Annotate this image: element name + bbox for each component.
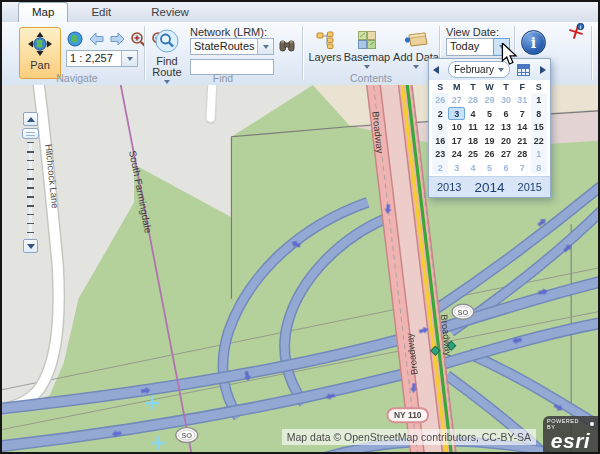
add-data-icon — [404, 31, 428, 51]
esri-wordmark: esri — [547, 430, 594, 452]
basemap-label: Basemap — [344, 51, 390, 63]
map-zoom-slider — [22, 112, 39, 253]
calendar-day[interactable]: 16 — [432, 134, 448, 148]
calendar-day[interactable]: 2 — [432, 161, 448, 175]
calendar-day-headers: S M T W T F S — [429, 80, 550, 93]
full-extent-globe-icon[interactable] — [66, 30, 84, 48]
group-separator — [144, 26, 145, 80]
identify-location-icon[interactable]: i — [568, 23, 585, 44]
svg-text:SO: SO — [458, 308, 469, 317]
calendar-day[interactable]: 11 — [465, 120, 481, 134]
forward-arrow-icon[interactable] — [108, 30, 126, 48]
scale-combobox[interactable]: 1 : 2,257 — [66, 50, 138, 67]
calendar-year-current[interactable]: 2014 — [474, 180, 504, 195]
calendar-month-label: February — [454, 64, 494, 75]
calendar-day[interactable]: 26 — [432, 93, 448, 107]
calendar-grid-icon[interactable] — [517, 64, 530, 76]
calendar-day[interactable]: 7 — [514, 161, 530, 175]
chevron-down-icon — [413, 65, 419, 69]
calendar-day[interactable]: 10 — [448, 120, 464, 134]
zoom-slider-down-button[interactable] — [23, 239, 38, 253]
chevron-down-icon — [127, 57, 133, 61]
calendar-month-dropdown[interactable]: February — [448, 61, 510, 78]
app-window: Map Edit Review Pan — [0, 0, 600, 454]
calendar-day[interactable]: 1 — [531, 147, 547, 161]
chevron-down-icon — [263, 45, 269, 49]
calendar-day[interactable]: 18 — [465, 134, 481, 148]
calendar-header: February — [429, 59, 550, 80]
calendar-day[interactable]: 24 — [448, 147, 464, 161]
tab-edit[interactable]: Edit — [78, 3, 124, 22]
tab-review[interactable]: Review — [138, 3, 202, 22]
basemap-icon — [358, 31, 376, 51]
calendar-day[interactable]: 3 — [448, 107, 464, 121]
calendar-day[interactable]: 17 — [448, 134, 464, 148]
calendar-day[interactable]: 9 — [432, 120, 448, 134]
calendar-day[interactable]: 7 — [514, 107, 530, 121]
calendar-day[interactable]: 5 — [481, 161, 497, 175]
info-button[interactable]: i — [521, 30, 546, 55]
calendar-day[interactable]: 13 — [498, 120, 514, 134]
calendar-year[interactable]: 2015 — [518, 181, 542, 193]
calendar-year-row: 2013 2014 2015 — [429, 176, 550, 197]
scale-dropdown-button[interactable] — [121, 51, 137, 66]
calendar-day[interactable]: 23 — [432, 147, 448, 161]
calendar-day[interactable]: 4 — [465, 107, 481, 121]
calendar-day[interactable]: 2 — [432, 107, 448, 121]
calendar-day[interactable]: 4 — [465, 161, 481, 175]
network-value: StateRoutes — [191, 39, 257, 54]
parkway-shield: SO — [452, 304, 474, 319]
calendar-day[interactable]: 31 — [514, 93, 530, 107]
scale-value: 1 : 2,257 — [67, 51, 121, 66]
calendar-year[interactable]: 2013 — [437, 181, 461, 193]
group-label-navigate: Navigate — [12, 72, 142, 84]
calendar-day[interactable]: 14 — [514, 120, 530, 134]
calendar-day[interactable]: 28 — [465, 93, 481, 107]
calendar-day[interactable]: 15 — [531, 120, 547, 134]
calendar-day[interactable]: 29 — [481, 93, 497, 107]
view-date-label: View Date: — [446, 26, 499, 38]
calendar-day[interactable]: 27 — [498, 147, 514, 161]
calendar-prev-month-button[interactable] — [433, 66, 439, 74]
view-date-dropdown-button[interactable] — [494, 38, 510, 56]
calendar-day[interactable]: 1 — [531, 93, 547, 107]
chevron-down-icon — [498, 68, 504, 72]
layers-icon — [316, 31, 334, 51]
calendar-day[interactable]: 6 — [498, 107, 514, 121]
calendar-day[interactable]: 28 — [514, 147, 530, 161]
calendar-day[interactable]: 3 — [448, 161, 464, 175]
calendar-day[interactable]: 19 — [481, 134, 497, 148]
svg-text:NY 110: NY 110 — [394, 410, 422, 420]
calendar-day[interactable]: 5 — [481, 107, 497, 121]
zoom-slider-track[interactable] — [26, 142, 35, 238]
calendar-day[interactable]: 21 — [514, 134, 530, 148]
binoculars-icon[interactable] — [279, 38, 295, 57]
chevron-down-icon — [364, 65, 370, 69]
network-dropdown-button[interactable] — [257, 39, 273, 54]
calendar-day[interactable]: 25 — [465, 147, 481, 161]
calendar-day[interactable]: 30 — [498, 93, 514, 107]
back-arrow-icon[interactable] — [87, 30, 105, 48]
map-attribution: Map data © OpenStreetMap contributors, C… — [282, 429, 536, 445]
svg-text:SO: SO — [181, 431, 192, 440]
calendar-day[interactable]: 8 — [531, 161, 547, 175]
calendar-day[interactable]: 6 — [498, 161, 514, 175]
calendar-day[interactable]: 27 — [448, 93, 464, 107]
calendar-next-month-button[interactable] — [540, 66, 546, 74]
ny110-route-shield: NY 110 — [387, 408, 428, 422]
calendar-day[interactable]: 26 — [481, 147, 497, 161]
calendar-day[interactable]: 20 — [498, 134, 514, 148]
zoom-slider-up-button[interactable] — [23, 112, 38, 126]
calendar-day[interactable]: 8 — [531, 107, 547, 121]
layers-button[interactable]: Layers — [306, 28, 344, 78]
calendar-day[interactable]: 22 — [531, 134, 547, 148]
chevron-up-icon — [27, 117, 35, 122]
tab-map[interactable]: Map — [18, 2, 68, 22]
group-separator — [591, 26, 592, 80]
chevron-down-icon — [27, 244, 35, 249]
zoom-slider-handle[interactable] — [22, 128, 39, 139]
calendar-day[interactable]: 12 — [481, 120, 497, 134]
network-combobox[interactable]: StateRoutes — [190, 38, 274, 55]
calendar-grid: 2627282930311234567891011121314151617181… — [429, 93, 550, 174]
network-lrm-label: Network (LRM): — [190, 26, 267, 38]
